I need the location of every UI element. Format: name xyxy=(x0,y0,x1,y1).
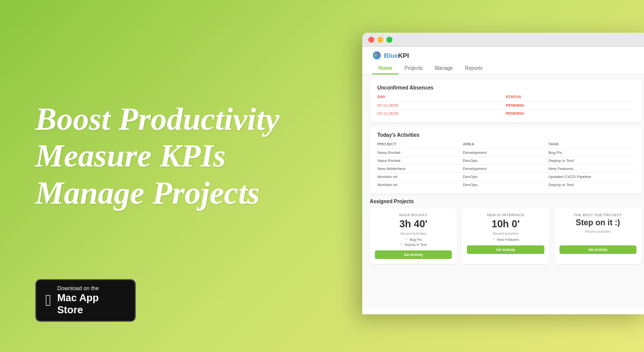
check-icon: ✓ xyxy=(405,237,408,241)
act-task-1: Bug Fix xyxy=(548,150,634,155)
table-row: Nasa Rocket Development Bug Fix xyxy=(377,148,634,156)
traffic-light-yellow[interactable] xyxy=(377,37,383,43)
app-logo-text: BlueKPI xyxy=(384,52,409,59)
project-time-1: 3h 40' xyxy=(375,219,452,229)
project-time-2: 10h 0' xyxy=(467,219,544,229)
act-project-4: Morbido.ml xyxy=(377,174,463,179)
project-name-2: NEW AI INTERFACE xyxy=(467,213,544,217)
tagline-1: Boost Productivity xyxy=(35,101,307,138)
assigned-projects-section: Assigned Projects NASA ROCKET 3h 40' Rec… xyxy=(370,199,641,264)
act-project-5: Morbido.ml xyxy=(377,183,463,187)
activity-text-2a: New Features xyxy=(497,238,519,241)
activity-item: ✓ New Features xyxy=(467,237,544,241)
act-task-2: Deploy in Test xyxy=(548,158,634,163)
recent-label-1: Recent Activities xyxy=(375,232,452,235)
badge-text: Download on the Mac App Store xyxy=(57,285,126,316)
tagline-2: Measure KPIs xyxy=(35,137,307,174)
act-area-5: DevOps xyxy=(463,183,548,187)
act-col-area: AREA xyxy=(463,142,548,146)
absences-header: DAY STATUS xyxy=(377,95,634,99)
window-titlebar xyxy=(362,33,644,47)
traffic-light-red[interactable] xyxy=(368,37,374,43)
check-icon: ✓ xyxy=(493,237,496,241)
act-project-2: Nasa Rocket xyxy=(377,158,463,163)
table-row: 03-11-2019 PENDING xyxy=(377,109,634,117)
unconfirmed-absences-card: Unconfirmed Absences DAY STATUS 02-11-20… xyxy=(370,80,641,122)
activities-header: PROJECT AREA TASK xyxy=(377,142,634,146)
act-area-4: DevOps xyxy=(463,174,548,179)
recent-label-2: Recent Activities xyxy=(467,232,544,235)
activity-item: ✓ Bug Fix xyxy=(375,237,452,241)
activity-item: ✓ Deploy in Test xyxy=(375,242,452,246)
check-icon: ✓ xyxy=(400,242,403,246)
nav-item-home[interactable]: Home xyxy=(372,63,398,74)
table-row: 02-11-2019 PENDING xyxy=(377,101,634,109)
tagline-3: Manage Projects xyxy=(35,174,307,212)
absence-day-1: 02-11-2019 xyxy=(377,103,506,108)
act-project-3: New AIinterface xyxy=(377,166,463,171)
project-name-3: THE BEST VUE PROJECT xyxy=(559,213,636,217)
activities-title: Today's Activities xyxy=(377,132,634,138)
act-task-4: Updated CI/CD Pipeline xyxy=(548,174,634,179)
set-activity-btn-1[interactable]: Set Activity xyxy=(375,250,452,259)
activity-text-1a: Bug Fix xyxy=(410,238,422,241)
act-col-task: TASK xyxy=(548,142,634,146)
left-panel: Boost Productivity Measure KPIs Manage P… xyxy=(0,0,342,352)
traffic-light-green[interactable] xyxy=(386,37,392,43)
apple-icon:  xyxy=(45,292,51,308)
assigned-projects-title: Assigned Projects xyxy=(370,199,641,204)
absences-col-status: STATUS xyxy=(506,95,634,99)
badge-top-label: Download on the xyxy=(57,285,126,292)
absence-status-2: PENDING xyxy=(506,111,634,116)
nav-item-projects[interactable]: Projects xyxy=(398,63,429,74)
taglines-container: Boost Productivity Measure KPIs Manage P… xyxy=(35,101,307,212)
act-area-2: DevOps xyxy=(463,158,548,163)
app-logo-row: BlueKPI xyxy=(372,51,639,60)
todays-activities-card: Today's Activities PROJECT AREA TASK Nas… xyxy=(370,127,641,194)
act-task-5: Deploy in Test xyxy=(548,183,634,187)
absence-day-2: 03-11-2019 xyxy=(377,111,506,116)
table-row: Morbido.ml DevOps Deploy in Test xyxy=(377,181,634,189)
app-main: Unconfirmed Absences DAY STATUS 02-11-20… xyxy=(362,75,644,307)
absences-col-day: DAY xyxy=(377,95,506,99)
set-activity-btn-3[interactable]: Set Activity xyxy=(559,245,636,254)
svg-point-2 xyxy=(377,53,379,55)
app-nav: Home Projects Manage Reports xyxy=(372,63,639,74)
projects-grid: NASA ROCKET 3h 40' Recent Activities ✓ B… xyxy=(370,208,641,264)
act-area-3: Development xyxy=(463,166,548,171)
act-col-project: PROJECT xyxy=(377,142,463,146)
activity-text-1b: Deploy in Test xyxy=(405,243,427,246)
absences-title: Unconfirmed Absences xyxy=(377,85,634,91)
app-store-badge[interactable]:  Download on the Mac App Store xyxy=(35,279,136,322)
badge-bottom-label: Mac App Store xyxy=(57,292,126,316)
project-name-1: NASA ROCKET xyxy=(375,213,452,217)
project-time-3: Step on it :) xyxy=(559,219,636,227)
mac-window: BlueKPI Home Projects Manage Reports Unc… xyxy=(362,33,644,314)
nav-item-manage[interactable]: Manage xyxy=(429,63,459,74)
table-row: New AIinterface Development New Features xyxy=(377,164,634,172)
recent-label-3: Recent Activities xyxy=(559,230,636,233)
act-area-1: Development xyxy=(463,150,548,155)
project-card-2: NEW AI INTERFACE 10h 0' Recent Activitie… xyxy=(462,208,549,264)
svg-point-1 xyxy=(374,54,377,57)
table-row: Nasa Rocket DevOps Deploy in Test xyxy=(377,156,634,164)
app-header: BlueKPI Home Projects Manage Reports xyxy=(362,47,644,75)
project-card-3: THE BEST VUE PROJECT Step on it :) Recen… xyxy=(554,208,641,264)
act-project-1: Nasa Rocket xyxy=(377,150,463,155)
app-logo-icon xyxy=(372,51,381,60)
act-task-3: New Features xyxy=(548,166,634,171)
project-card-1: NASA ROCKET 3h 40' Recent Activities ✓ B… xyxy=(370,208,457,264)
set-activity-btn-2[interactable]: Set Activity xyxy=(467,245,544,254)
traffic-lights xyxy=(368,37,392,43)
nav-item-reports[interactable]: Reports xyxy=(459,63,489,74)
page-background: Boost Productivity Measure KPIs Manage P… xyxy=(0,0,644,352)
table-row: Morbido.ml DevOps Updated CI/CD Pipeline xyxy=(377,172,634,181)
window-content: BlueKPI Home Projects Manage Reports Unc… xyxy=(362,47,644,314)
absence-status-1: PENDING xyxy=(506,103,634,108)
